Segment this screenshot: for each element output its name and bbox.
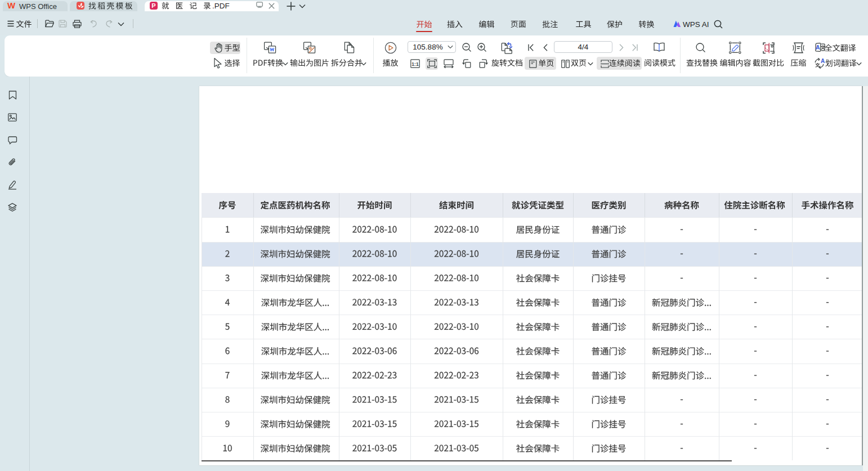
svg-text:1:1: 1:1 xyxy=(411,61,419,66)
svg-text:P: P xyxy=(151,2,155,9)
